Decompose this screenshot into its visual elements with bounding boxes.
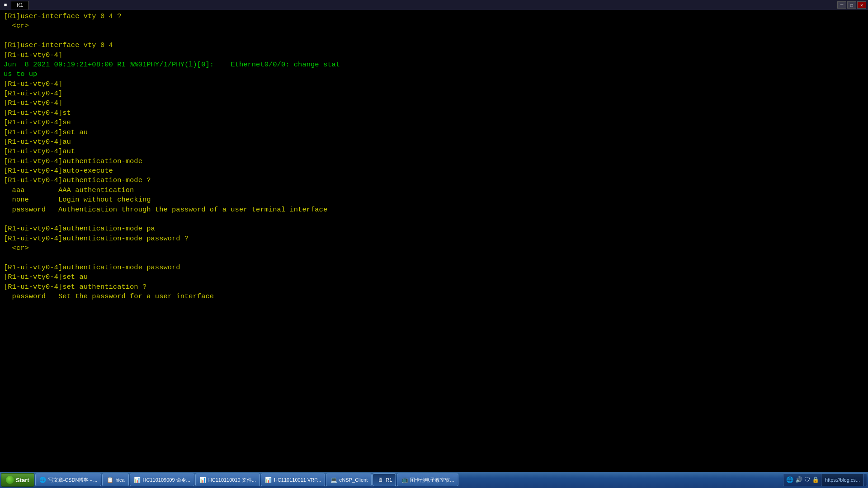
taskbar-item-icon: 📋 (106, 476, 113, 483)
terminal-line: [R1-ui-vty0-4]auto-execute (4, 166, 864, 176)
terminal-line: <cr> (4, 244, 864, 253)
terminal-line: [R1-ui-vty0-4]authentication-mode pa (4, 224, 864, 234)
terminal-line: [R1-ui-vty0-4]authentication-mode (4, 157, 864, 166)
minimize-button[interactable]: ─ (837, 1, 846, 9)
terminal-line: [R1-ui-vty0-4]set au (4, 272, 864, 282)
taskbar-item[interactable]: 📋hica (102, 474, 128, 486)
taskbar-item[interactable]: 💻eNSP_Client (326, 474, 372, 486)
taskbar-item[interactable]: 🌐写文章-CSDN博客 - ... (35, 474, 102, 486)
taskbar-item-icon: 📊 (134, 476, 141, 483)
terminal-line: [R1-ui-vty0-4] (4, 89, 864, 99)
taskbar-item-icon: 🖥 (377, 476, 384, 483)
title-bar: ■ R1 ─ ❐ ✕ (0, 0, 868, 10)
taskbar-item-icon: 💻 (330, 476, 337, 483)
tray-icon-security: 🛡 (804, 477, 810, 483)
taskbar-item[interactable]: 📊HC110110011 VRP... (261, 474, 325, 486)
taskbar-item-label: 写文章-CSDN博客 - ... (48, 477, 98, 483)
taskbar-item-label: 图卡他电子教室软... (410, 477, 454, 483)
taskbar-item-icon: 🌐 (39, 476, 47, 483)
taskbar-item[interactable]: 📺图卡他电子教室软... (397, 474, 458, 486)
terminal-output[interactable]: [R1]user-interface vty 0 4 ? <cr>[R1]use… (0, 10, 868, 472)
terminal-line: Jun 8 2021 09:19:21+08:00 R1 %%01PHY/1/P… (4, 60, 864, 70)
terminal-line: [R1-ui-vty0-4]se (4, 118, 864, 127)
terminal-line: [R1-ui-vty0-4] (4, 51, 864, 60)
terminal-blank-line (4, 31, 864, 41)
terminal-line: [R1-ui-vty0-4]authentication-mode passwo… (4, 263, 864, 272)
terminal-line: [R1-ui-vty0-4] (4, 99, 864, 108)
terminal-line: [R1]user-interface vty 0 4 (4, 41, 864, 50)
terminal-tab[interactable]: R1 (11, 1, 29, 9)
tray-icon-network: 🌐 (786, 476, 793, 483)
start-orb-icon (6, 476, 14, 484)
tray-icon-antivirus: 🔒 (812, 476, 819, 483)
terminal-blank-line (4, 253, 864, 263)
terminal-line: [R1-ui-vty0-4]aut (4, 147, 864, 156)
terminal-line: [R1]user-interface vty 0 4 ? (4, 12, 864, 21)
title-bar-left: ■ R1 (2, 1, 29, 9)
terminal-line: [R1-ui-vty0-4]set au (4, 128, 864, 137)
taskbar-item[interactable]: 📊HC110110010 文件... (195, 474, 260, 486)
taskbar-tray: 🌐 🔊 🛡 🔒 https://blog.cs... (783, 474, 867, 486)
terminal-line: aaa AAA authentication (4, 186, 864, 195)
start-label: Start (16, 477, 29, 483)
restore-button[interactable]: ❐ (847, 1, 856, 9)
terminal-blank-line (4, 215, 864, 224)
terminal-line: <cr> (4, 21, 864, 31)
taskbar-item-label: HC110109009 命令... (143, 477, 190, 483)
taskbar-item-label: HC110110010 文件... (208, 477, 256, 483)
taskbar-item-label: R1 (386, 477, 392, 483)
taskbar-item-icon: 📺 (401, 476, 408, 483)
tray-icon-volume: 🔊 (795, 476, 802, 483)
terminal-line: [R1-ui-vty0-4]au (4, 137, 864, 147)
window-icon: ■ (2, 1, 9, 9)
taskbar: Start 🌐写文章-CSDN博客 - ...📋hica📊HC110109009… (0, 472, 868, 488)
taskbar-item-icon: 📊 (199, 476, 207, 483)
taskbar-item-label: eNSP_Client (339, 477, 368, 483)
taskbar-item-label: hica (115, 477, 124, 483)
terminal-line: [R1-ui-vty0-4]set authentication ? (4, 282, 864, 292)
taskbar-item[interactable]: 🖥R1 (373, 474, 396, 486)
taskbar-item-icon: 📊 (265, 476, 272, 483)
tab-bar: R1 (11, 1, 29, 9)
terminal-line: us to up (4, 70, 864, 79)
terminal-line: [R1-ui-vty0-4]authentication-mode passwo… (4, 234, 864, 244)
start-button[interactable]: Start (1, 473, 34, 487)
terminal-line: none Login without checking (4, 195, 864, 205)
main-window: ■ R1 ─ ❐ ✕ [R1]user-interface vty 0 4 ? … (0, 0, 868, 488)
terminal-line: password Authentication through the pass… (4, 205, 864, 215)
notification-url: https://blog.cs... (821, 474, 864, 486)
terminal-line: [R1-ui-vty0-4]st (4, 108, 864, 118)
taskbar-item-label: HC110110011 VRP... (274, 477, 321, 483)
terminal-line: password Set the password for a user int… (4, 292, 864, 301)
close-button[interactable]: ✕ (857, 1, 866, 9)
taskbar-items: 🌐写文章-CSDN博客 - ...📋hica📊HC110109009 命令...… (35, 474, 782, 486)
terminal-line: [R1-ui-vty0-4]authentication-mode ? (4, 176, 864, 185)
window-controls: ─ ❐ ✕ (837, 1, 866, 9)
terminal-line: [R1-ui-vty0-4] (4, 80, 864, 89)
taskbar-item[interactable]: 📊HC110109009 命令... (130, 474, 194, 486)
